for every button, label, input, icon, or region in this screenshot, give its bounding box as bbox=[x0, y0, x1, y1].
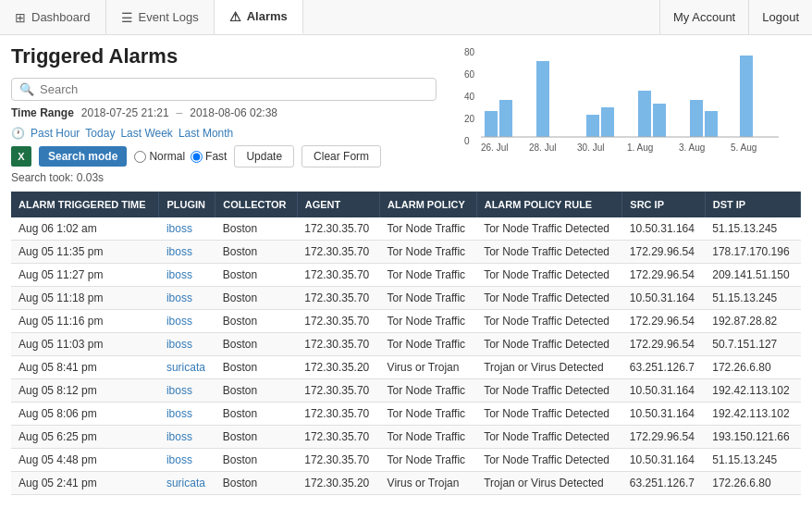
table-cell: Tor Node Traffic Detected bbox=[476, 449, 622, 472]
col-header-plugin: PLUGIN bbox=[159, 192, 215, 217]
table-cell: 10.50.31.164 bbox=[622, 449, 705, 472]
table-cell: 172.29.96.54 bbox=[622, 333, 705, 356]
table-cell: Tor Node Traffic Detected bbox=[476, 379, 622, 403]
table-cell: Boston bbox=[215, 449, 298, 472]
table-row: Aug 05 8:06 pmibossBoston172.30.35.70Tor… bbox=[11, 403, 801, 426]
table-cell: 172.30.35.20 bbox=[297, 356, 379, 379]
quick-link-past-hour[interactable]: Past Hour bbox=[31, 127, 80, 140]
table-cell: Tor Node Traffic Detected bbox=[476, 264, 622, 287]
table-cell: Aug 05 8:06 pm bbox=[11, 403, 159, 426]
bar-10 bbox=[740, 56, 753, 137]
table-cell: Tor Node Traffic Detected bbox=[476, 287, 622, 310]
table-cell[interactable]: iboss bbox=[159, 449, 215, 472]
table-cell[interactable]: iboss bbox=[159, 287, 215, 310]
table-cell: Aug 06 1:02 am bbox=[11, 217, 159, 241]
table-cell: Boston bbox=[215, 264, 298, 287]
bar-7 bbox=[653, 104, 666, 137]
tab-alarms[interactable]: ⚠ Alarms bbox=[215, 0, 303, 34]
my-account-link[interactable]: My Account bbox=[659, 0, 748, 35]
table-cell: 63.251.126.7 bbox=[622, 356, 705, 379]
table-row: Aug 05 6:25 pmibossBoston172.30.35.70Tor… bbox=[11, 426, 801, 449]
table-cell[interactable]: iboss bbox=[159, 426, 215, 449]
clear-form-button[interactable]: Clear Form bbox=[301, 145, 381, 167]
table-header-row: ALARM TRIGGERED TIME PLUGIN COLLECTOR AG… bbox=[11, 192, 801, 217]
table-cell: 172.30.35.70 bbox=[297, 379, 379, 403]
table-cell: 51.15.13.245 bbox=[705, 449, 800, 472]
tab-dashboard[interactable]: ⊞ Dashboard bbox=[0, 0, 106, 34]
table-cell: 172.30.35.70 bbox=[297, 264, 379, 287]
bar-5 bbox=[601, 107, 614, 137]
table-cell[interactable]: iboss bbox=[159, 403, 215, 426]
quick-link-today[interactable]: Today bbox=[85, 127, 115, 140]
table-cell: 192.42.113.102 bbox=[705, 379, 800, 403]
quick-links: 🕐 Past Hour Today Last Week Last Month bbox=[11, 127, 233, 140]
table-cell: 172.30.35.70 bbox=[297, 287, 379, 310]
table-cell: Tor Node Traffic bbox=[380, 403, 477, 426]
table-cell: Virus or Trojan bbox=[380, 356, 477, 379]
table-cell: 172.29.96.54 bbox=[622, 264, 705, 287]
clock-icon: 🕐 bbox=[11, 127, 25, 140]
search-bar[interactable]: 🔍 bbox=[11, 78, 437, 101]
table-cell: 172.29.96.54 bbox=[622, 310, 705, 333]
table-cell[interactable]: iboss bbox=[159, 217, 215, 241]
table-cell: Boston bbox=[215, 241, 298, 264]
search-icon: 🔍 bbox=[19, 82, 34, 96]
col-header-agent: AGENT bbox=[297, 192, 379, 217]
alarms-icon: ⚠ bbox=[229, 9, 241, 24]
table-cell: Aug 05 8:41 pm bbox=[11, 356, 159, 379]
table-cell: Aug 05 11:27 pm bbox=[11, 264, 159, 287]
table-cell: 10.50.31.164 bbox=[622, 403, 705, 426]
table-cell: 172.30.35.70 bbox=[297, 310, 379, 333]
logout-link[interactable]: Logout bbox=[748, 0, 812, 35]
table-cell: 172.26.6.80 bbox=[705, 356, 800, 379]
tab-event-logs[interactable]: ☰ Event Logs bbox=[106, 0, 215, 34]
page-content: Triggered Alarms 🔍 Time Range 2018-07-25… bbox=[0, 35, 812, 504]
radio-fast[interactable] bbox=[191, 151, 203, 163]
radio-normal-label[interactable]: Normal bbox=[134, 150, 185, 163]
table-row: Aug 05 11:16 pmibossBoston172.30.35.70To… bbox=[11, 310, 801, 333]
table-cell: 172.29.96.54 bbox=[622, 426, 705, 449]
controls-row2: X Search mode Normal Fast Update Clear F… bbox=[11, 145, 446, 167]
table-cell: 172.30.35.70 bbox=[297, 241, 379, 264]
event-logs-icon: ☰ bbox=[121, 10, 133, 25]
update-button[interactable]: Update bbox=[234, 145, 294, 167]
table-cell: Boston bbox=[215, 310, 298, 333]
bar-chart: 80 60 40 20 0 bbox=[464, 44, 788, 165]
table-row: Aug 05 11:03 pmibossBoston172.30.35.70To… bbox=[11, 333, 801, 356]
table-cell[interactable]: iboss bbox=[159, 241, 215, 264]
table-cell: Boston bbox=[215, 333, 298, 356]
table-cell: 172.30.35.70 bbox=[297, 333, 379, 356]
table-cell: Tor Node Traffic Detected bbox=[476, 333, 622, 356]
search-mode-button[interactable]: Search mode bbox=[39, 146, 127, 167]
search-input[interactable] bbox=[40, 82, 428, 96]
time-to[interactable]: 2018-08-06 02:38 bbox=[190, 106, 277, 119]
table-cell[interactable]: iboss bbox=[159, 264, 215, 287]
table-cell[interactable]: iboss bbox=[159, 333, 215, 356]
table-cell: 10.50.31.164 bbox=[622, 287, 705, 310]
left-controls: Triggered Alarms 🔍 Time Range 2018-07-25… bbox=[11, 44, 446, 192]
table-cell: Tor Node Traffic bbox=[380, 287, 477, 310]
radio-normal[interactable] bbox=[134, 151, 146, 163]
table-cell[interactable]: suricata bbox=[159, 472, 215, 495]
table-cell: 178.17.170.196 bbox=[705, 241, 800, 264]
time-from[interactable]: 2018-07-25 21:21 bbox=[81, 106, 169, 119]
table-cell: 172.29.96.54 bbox=[622, 241, 705, 264]
quick-link-last-week[interactable]: Last Week bbox=[120, 127, 172, 140]
table-cell: Tor Node Traffic Detected bbox=[476, 310, 622, 333]
table-cell: Tor Node Traffic Detected bbox=[476, 403, 622, 426]
table-cell[interactable]: iboss bbox=[159, 310, 215, 333]
col-header-alarm-policy-rule: ALARM POLICY RULE bbox=[476, 192, 622, 217]
radio-fast-label[interactable]: Fast bbox=[191, 150, 227, 163]
bar-6 bbox=[638, 91, 651, 137]
table-row: Aug 05 11:18 pmibossBoston172.30.35.70To… bbox=[11, 287, 801, 310]
col-header-alarm-policy: ALARM POLICY bbox=[380, 192, 477, 217]
table-cell: Boston bbox=[215, 426, 298, 449]
col-header-time: ALARM TRIGGERED TIME bbox=[11, 192, 159, 217]
table-cell[interactable]: suricata bbox=[159, 356, 215, 379]
table-cell: 51.15.13.245 bbox=[705, 217, 800, 241]
table-cell: 172.30.35.70 bbox=[297, 449, 379, 472]
excel-icon[interactable]: X bbox=[11, 146, 31, 167]
y-label-40: 40 bbox=[464, 92, 475, 102]
quick-link-last-month[interactable]: Last Month bbox=[178, 127, 233, 140]
table-cell[interactable]: iboss bbox=[159, 379, 215, 403]
